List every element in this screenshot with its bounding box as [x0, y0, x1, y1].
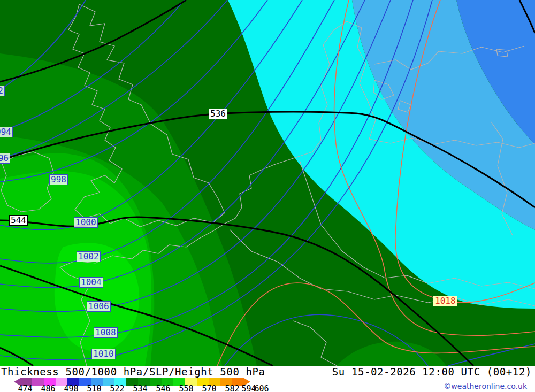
legend-tick-label: 546 [156, 384, 170, 392]
map-canvas [0, 0, 535, 366]
legend-tick-label: 534 [133, 384, 147, 392]
legend-tick-labels: 474486498510522534546558570582594606 [0, 384, 278, 392]
weather-chart-screen: 536 544 992 994 996 998 1000 1002 1004 1… [0, 0, 535, 392]
slp-label-1008: 1008 [94, 327, 118, 338]
legend-tick-label: 558 [179, 384, 193, 392]
legend-tick-label: 606 [254, 384, 269, 392]
legend-tick-label: 570 [202, 384, 216, 392]
slp-label-998: 998 [49, 174, 68, 185]
legend-tick-label: 522 [110, 384, 124, 392]
slp-label-1002: 1002 [77, 251, 101, 262]
copyright-text: ©weatheronline.co.uk [444, 382, 527, 390]
weather-map: 536 544 992 994 996 998 1000 1002 1004 1… [0, 0, 535, 366]
height-label-544: 544 [9, 215, 28, 226]
slp-label-992: 992 [0, 86, 5, 96]
legend-tick-label: 498 [64, 384, 78, 392]
height-label-536: 536 [209, 109, 227, 119]
legend-tick-label: 510 [87, 384, 101, 392]
slp-label-1006: 1006 [87, 301, 111, 312]
legend-tick-label: 474 [18, 384, 32, 392]
slp-label-1010: 1010 [91, 349, 116, 359]
slp-label-1004: 1004 [79, 277, 103, 288]
valid-time-text: Su 15-02-2026 12:00 UTC (00+12) [332, 366, 532, 378]
product-title: Thickness 500/1000 hPa/SLP/Height 500 hP… [1, 366, 265, 378]
slp-label-1000: 1000 [74, 217, 98, 228]
legend-tick-label: 486 [41, 384, 55, 392]
legend-tick-label: 582 [225, 384, 239, 392]
slp-label-994: 994 [0, 127, 13, 137]
slp-label-996: 996 [0, 153, 10, 164]
slp-label-1018: 1018 [433, 296, 457, 306]
